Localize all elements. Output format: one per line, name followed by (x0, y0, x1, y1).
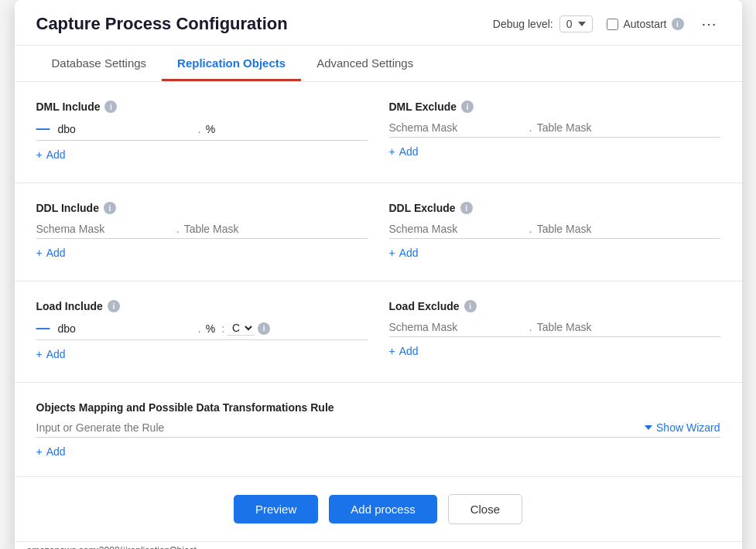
dml-exclude-add-button[interactable]: + Add (389, 145, 419, 158)
debug-level-select[interactable]: 0 (559, 15, 594, 32)
ddl-exclude-field-row: . (389, 222, 720, 239)
load-exclude-schema-input[interactable] (389, 321, 525, 333)
objects-mapping-label: Objects Mapping and Possible Data Transf… (36, 401, 720, 414)
dml-exclude-info-icon[interactable]: i (461, 101, 474, 113)
load-include-info-icon[interactable]: i (108, 300, 120, 312)
dml-include-info-icon[interactable]: i (104, 101, 117, 113)
dml-row: DML Include i — . % + Add DML Exclude (36, 101, 720, 161)
close-button[interactable]: Close (448, 494, 522, 524)
header-right: Debug level: 0 Autostart i ⋯ (493, 15, 720, 33)
ddl-row: DDL Include i . + Add DDL Exclude i (36, 202, 720, 259)
ddl-include-dot: . (176, 222, 180, 235)
dml-exclude-table-input[interactable] (537, 121, 672, 134)
load-include-field-row: — . % : C A B i (36, 320, 368, 340)
autostart-group: Autostart i (607, 18, 683, 30)
divider-3 (15, 382, 742, 383)
ddl-exclude-section: DDL Exclude i . + Add (389, 202, 720, 259)
load-include-colon-select[interactable]: C A B (227, 321, 255, 336)
modal-header: Capture Process Configuration Debug leve… (15, 0, 742, 46)
objects-mapping-add-button[interactable]: + Add (36, 445, 66, 458)
load-exclude-field-row: . (389, 320, 720, 337)
ddl-exclude-table-input[interactable] (537, 223, 672, 235)
load-include-add-button[interactable]: + Add (36, 348, 66, 360)
ddl-exclude-add-button[interactable]: + Add (389, 247, 419, 259)
ddl-include-table-input[interactable] (184, 223, 320, 235)
load-exclude-section: Load Exclude i . + Add (389, 300, 720, 360)
tab-advanced-settings[interactable]: Advanced Settings (301, 46, 429, 81)
load-exclude-info-icon[interactable]: i (464, 300, 477, 312)
load-include-colon-group: : C A B i (221, 321, 270, 336)
load-exclude-add-button[interactable]: + Add (389, 345, 419, 357)
ddl-include-field-row: . (36, 222, 368, 239)
url-text: amazonaws.com:3000/#replicationObject... (27, 545, 204, 549)
modal-container: Capture Process Configuration Debug leve… (15, 0, 742, 549)
ddl-include-schema-input[interactable] (36, 223, 172, 235)
load-include-dot: . (198, 322, 201, 335)
objects-mapping-field-row: Show Wizard (36, 421, 720, 438)
page-title: Capture Process Configuration (36, 14, 288, 34)
load-exclude-label: Load Exclude i (389, 300, 720, 312)
autostart-label: Autostart (623, 18, 666, 30)
autostart-info-icon[interactable]: i (672, 18, 684, 30)
divider-1 (15, 182, 742, 183)
tabs-bar: Database Settings Replication Objects Ad… (15, 46, 742, 82)
show-wizard-button[interactable]: Show Wizard (643, 421, 720, 434)
show-wizard-chevron-icon (645, 425, 652, 430)
ddl-exclude-info-icon[interactable]: i (460, 202, 473, 214)
dml-exclude-label: DML Exclude i (389, 101, 720, 113)
preview-button[interactable]: Preview (234, 495, 318, 523)
ddl-include-section: DDL Include i . + Add (36, 202, 368, 259)
ddl-include-info-icon[interactable]: i (104, 202, 116, 214)
dml-include-section: DML Include i — . % + Add (36, 101, 368, 161)
divider-2 (15, 281, 742, 281)
dml-include-remove-btn[interactable]: — (36, 121, 50, 137)
dml-exclude-dot: . (529, 121, 532, 134)
load-include-remove-btn[interactable]: — (36, 320, 50, 336)
dml-exclude-schema-input[interactable] (389, 121, 525, 134)
debug-level-value: 0 (566, 18, 573, 30)
tab-content: DML Include i — . % + Add DML Exclude (15, 82, 742, 476)
dml-include-dot: . (198, 122, 201, 135)
ddl-exclude-dot: . (529, 222, 532, 235)
ddl-include-add-button[interactable]: + Add (36, 247, 66, 259)
load-include-table-value: % (206, 322, 215, 335)
objects-mapping-input[interactable] (36, 421, 644, 434)
modal-footer: Preview Add process Close (15, 476, 742, 541)
load-exclude-table-input[interactable] (537, 321, 672, 333)
dml-include-add-button[interactable]: + Add (36, 148, 66, 161)
url-bar: amazonaws.com:3000/#replicationObject... (15, 541, 742, 549)
load-exclude-dot: . (529, 320, 532, 333)
ddl-exclude-schema-input[interactable] (389, 223, 525, 235)
ddl-exclude-label: DDL Exclude i (389, 202, 720, 214)
load-include-label: Load Include i (36, 300, 368, 312)
load-include-schema-input[interactable] (58, 322, 193, 335)
dml-exclude-section: DML Exclude i . + Add (389, 101, 720, 161)
dml-include-schema-input[interactable] (58, 123, 193, 135)
debug-level-label: Debug level: (493, 18, 553, 30)
load-row: Load Include i — . % : C A B (36, 300, 720, 360)
autostart-checkbox[interactable] (607, 19, 618, 30)
dml-include-table-value: % (206, 123, 215, 135)
tab-replication-objects[interactable]: Replication Objects (162, 46, 301, 81)
load-include-colon-info-icon[interactable]: i (258, 322, 270, 335)
more-options-button[interactable]: ⋯ (698, 15, 720, 33)
dml-include-label: DML Include i (36, 101, 368, 113)
objects-mapping-section: Objects Mapping and Possible Data Transf… (36, 401, 720, 458)
chevron-down-icon (578, 22, 586, 26)
ddl-include-label: DDL Include i (36, 202, 368, 214)
add-process-button[interactable]: Add process (329, 495, 436, 523)
dml-include-field-row: — . % (36, 121, 368, 141)
debug-level-group: Debug level: 0 (493, 15, 594, 32)
dml-exclude-field-row: . (389, 121, 720, 138)
tab-database-settings[interactable]: Database Settings (36, 46, 162, 81)
load-include-section: Load Include i — . % : C A B (36, 300, 368, 360)
